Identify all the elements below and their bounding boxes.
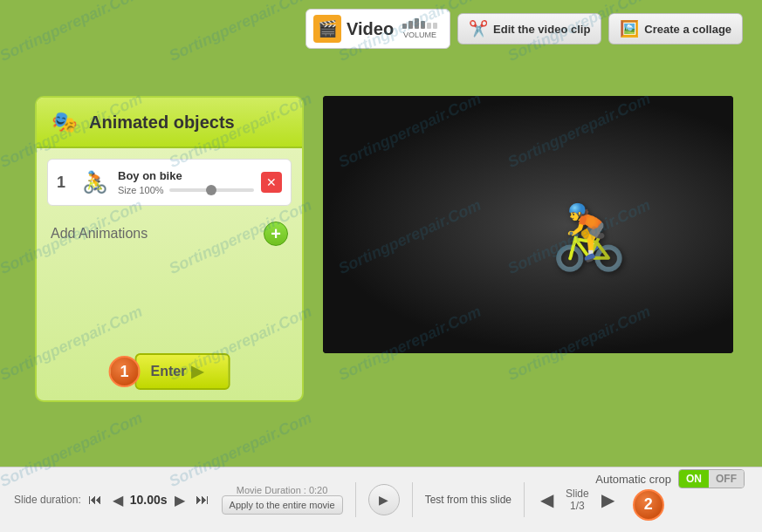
vol-bar-4: [421, 21, 425, 29]
test-from-slide-button[interactable]: Test from this slide: [425, 494, 511, 506]
anim-number: 1: [57, 174, 72, 192]
create-collage-label: Create a collage: [644, 23, 731, 36]
video-title: Video: [347, 19, 394, 39]
autocrop-on[interactable]: ON: [679, 470, 709, 488]
top-toolbar: 🎬 Video VOLUME ✂️ Edit the video clip 🖼️…: [305, 9, 743, 49]
movie-dur-section: Movie Duration : 0:20 Apply to the entir…: [222, 485, 343, 515]
next-slide-button[interactable]: ▶: [598, 488, 618, 512]
vol-bar-1: [402, 24, 407, 29]
autocrop-section: Automatic crop ON OFF: [595, 469, 745, 488]
skip-start-button[interactable]: ⏮: [85, 490, 106, 509]
panel-content-area: 1 🚴 Boy on bike Size 100% ✕ Add Animatio…: [47, 159, 292, 333]
add-animations-row: Add Animations +: [47, 215, 292, 253]
next-frame-button[interactable]: ▶: [171, 490, 189, 510]
slide-fraction: 1/3: [566, 500, 589, 512]
vol-bar-5: [427, 23, 431, 29]
anim-size-label: Size 100%: [118, 185, 164, 195]
anim-details: Boy on bike Size 100%: [118, 169, 254, 195]
add-animation-button[interactable]: +: [264, 222, 288, 246]
slide-dur-label: Slide duration:: [14, 494, 81, 506]
panel-enter-button[interactable]: Enter ▶: [135, 353, 230, 390]
duration-value: 10.00s: [130, 493, 168, 507]
create-collage-button[interactable]: 🖼️ Create a collage: [608, 13, 743, 44]
anim-size-slider[interactable]: [169, 188, 254, 192]
vol-bar-2: [408, 21, 413, 29]
slide-nav: Slide 1/3: [566, 488, 589, 512]
collage-icon: 🖼️: [620, 19, 639, 38]
animation-item: 1 🚴 Boy on bike Size 100% ✕: [47, 159, 292, 206]
volume-bar: [402, 18, 437, 29]
enter-arrow-icon: ▶: [191, 362, 203, 381]
test-label: Test from this slide: [425, 494, 511, 506]
slide-duration-section: Slide duration: ⏮ ◀ 10.00s ▶ ⏭: [14, 490, 213, 510]
prev-frame-button[interactable]: ◀: [109, 490, 127, 510]
movie-dur-label: Movie Duration : 0:20: [237, 485, 328, 495]
prev-slide-button[interactable]: ◀: [537, 488, 557, 512]
panel-enter-section: 1 Enter ▶: [109, 353, 230, 390]
slider-thumb: [206, 185, 216, 195]
panel-header-icon: 🎭: [49, 106, 80, 138]
separator-1: [355, 482, 356, 517]
apply-entire-button[interactable]: Apply to the entire movie: [222, 495, 343, 515]
anim-name: Boy on bike: [118, 169, 254, 182]
bike-character: 🚴: [550, 201, 628, 275]
video-preview-inner: 🚴: [323, 96, 733, 353]
slide-label: Slide: [566, 488, 589, 500]
separator-2: [412, 482, 413, 517]
anim-size-row: Size 100%: [118, 185, 254, 195]
vol-bar-6: [433, 23, 437, 29]
edit-clip-label: Edit the video clip: [493, 23, 590, 36]
volume-label: VOLUME: [403, 31, 436, 39]
autocrop-off[interactable]: OFF: [709, 470, 744, 488]
edit-clip-button[interactable]: ✂️ Edit the video clip: [457, 13, 601, 44]
autocrop-label: Automatic crop: [595, 473, 671, 486]
panel-enter-circle: 1: [109, 356, 141, 387]
add-animations-label: Add Animations: [51, 226, 148, 242]
video-icon: 🎬: [313, 15, 341, 43]
separator-3: [524, 482, 525, 517]
anim-character-icon: 🚴: [79, 167, 111, 198]
autocrop-toggle[interactable]: ON OFF: [678, 469, 745, 488]
skip-end-button[interactable]: ⏭: [192, 490, 213, 509]
video-label: 🎬 Video VOLUME: [305, 9, 450, 49]
panel-enter-label: Enter: [151, 364, 187, 379]
slide-info: Slide 1/3: [566, 488, 589, 512]
play-button[interactable]: ▶: [368, 484, 400, 515]
volume-section: VOLUME: [402, 18, 437, 39]
panel-header: 🎭 Animated objects: [37, 98, 302, 148]
delete-animation-button[interactable]: ✕: [261, 172, 282, 193]
animated-objects-panel: 🎭 Animated objects 1 🚴 Boy on bike Size …: [35, 96, 304, 402]
scissors-icon: ✂️: [469, 19, 488, 38]
vol-bar-3: [415, 18, 419, 29]
bottom-enter-circle: 2: [633, 489, 664, 521]
video-preview: 🚴: [323, 96, 733, 353]
panel-header-title: Animated objects: [89, 113, 235, 133]
